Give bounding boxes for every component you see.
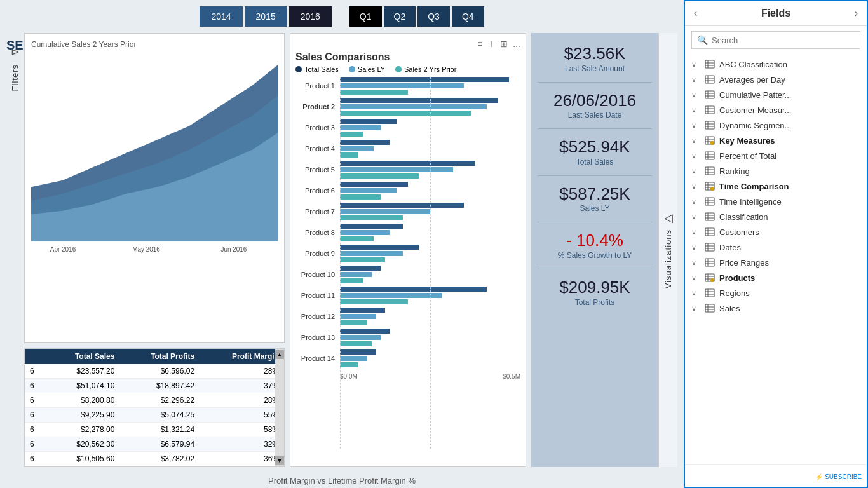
field-expand-icon[interactable]: ∨: [691, 228, 700, 236]
field-name: Dates: [719, 243, 741, 252]
more-icon[interactable]: ...: [513, 39, 520, 49]
field-name: Percent of Total: [719, 151, 776, 161]
field-expand-icon[interactable]: ∨: [691, 76, 700, 84]
metric-divider: [538, 269, 652, 269]
q4-button[interactable]: Q4: [452, 6, 484, 27]
field-expand-icon[interactable]: ∨: [691, 106, 700, 114]
field-item[interactable]: ∨Cumulative Patter...: [685, 87, 867, 102]
top-bar: 2014 2015 2016 Q1 Q2 Q3 Q4: [0, 0, 684, 33]
svg-rect-6: [705, 60, 714, 68]
fields-panel: ‹ Fields › 🔍 ∨ABC Classification∨Average…: [684, 0, 868, 488]
field-expand-icon[interactable]: ∨: [691, 152, 700, 160]
field-item[interactable]: ∨Time Comparison: [685, 179, 867, 194]
field-expand-icon[interactable]: ∨: [691, 243, 700, 252]
field-name: Averages per Day: [719, 75, 785, 85]
menu-icon[interactable]: ≡: [477, 39, 482, 49]
toolbar-icons: ≡ ⊤ ⊞ ...: [477, 39, 520, 49]
fields-back-button[interactable]: ‹: [691, 6, 700, 20]
field-item[interactable]: ∨Customers: [685, 224, 867, 240]
field-item[interactable]: ∨ABC Classification: [685, 57, 867, 72]
year-2014-button[interactable]: 2014: [200, 6, 242, 27]
field-type-icon: [704, 59, 715, 69]
table-row: 6$9,225.90$5,074.2555%: [25, 408, 284, 423]
field-type-icon: [704, 105, 715, 115]
year-2015-button[interactable]: 2015: [245, 6, 287, 27]
field-expand-icon[interactable]: ∨: [691, 167, 700, 175]
q2-button[interactable]: Q2: [384, 6, 416, 27]
field-item[interactable]: ∨Classification: [685, 209, 867, 224]
field-expand-icon[interactable]: ∨: [691, 289, 700, 297]
focus-icon[interactable]: ⊞: [500, 39, 508, 49]
bar-label: Product 13: [295, 334, 340, 341]
field-expand-icon[interactable]: ∨: [691, 259, 700, 267]
q3-button[interactable]: Q3: [417, 6, 450, 27]
bar-label: Product 5: [295, 166, 340, 173]
fields-forward-button[interactable]: ›: [852, 6, 860, 20]
field-name: Dynamic Segmen...: [719, 121, 791, 130]
table-row: 6$10,505.60$3,782.0236%: [25, 452, 284, 466]
fields-title: Fields: [703, 8, 848, 19]
field-item[interactable]: ∨Dynamic Segmen...: [685, 118, 867, 133]
svg-point-68: [710, 278, 714, 282]
data-table: Total Sales Total Profits Profit Margin …: [24, 348, 285, 467]
field-type-icon: [704, 303, 715, 313]
legend-total-sales: Total Sales: [295, 65, 339, 73]
field-expand-icon[interactable]: ∨: [691, 182, 700, 191]
metric-value: $23.56K: [540, 44, 649, 63]
field-item[interactable]: ∨Sales: [685, 301, 867, 316]
field-item[interactable]: ∨Time Intelligence: [685, 194, 867, 209]
filters-sidebar[interactable]: ⊳ Filters: [6, 33, 24, 467]
fields-search-box[interactable]: 🔍: [691, 31, 860, 49]
metric-divider: [538, 128, 652, 129]
field-item[interactable]: ∨Regions: [685, 285, 867, 301]
field-item[interactable]: ∨Customer Measur...: [685, 102, 867, 118]
subscribe-icon: ⚡ SUBSCRIBE: [815, 473, 862, 480]
filters-label[interactable]: Filters: [10, 64, 20, 91]
visualizations-sidebar[interactable]: ◁ Visualizations: [658, 33, 677, 467]
field-item[interactable]: ∨Key Measures: [685, 133, 867, 148]
field-type-icon: [704, 74, 715, 85]
metric-label: % Sales Growth to LY: [540, 251, 649, 260]
field-item[interactable]: ∨Products: [685, 270, 867, 285]
collapse-arrow[interactable]: ◁: [661, 211, 675, 224]
field-expand-icon[interactable]: ∨: [691, 213, 700, 221]
field-item[interactable]: ∨Dates: [685, 240, 867, 255]
col-header-total-sales: Total Sales: [46, 349, 120, 364]
legend: Total Sales Sales LY Sales 2 Yrs Prior: [295, 65, 520, 73]
quarter-buttons: Q1 Q2 Q3 Q4: [349, 6, 484, 27]
field-expand-icon[interactable]: ∨: [691, 60, 700, 69]
field-expand-icon[interactable]: ∨: [691, 91, 700, 99]
legend-total-sales-label: Total Sales: [304, 65, 339, 73]
svg-point-30: [710, 141, 714, 145]
field-item[interactable]: ∨Averages per Day: [685, 72, 867, 87]
svg-text:Apr 2016: Apr 2016: [50, 245, 76, 252]
q1-button[interactable]: Q1: [349, 6, 382, 27]
field-type-icon: [704, 242, 715, 252]
bar-label: Product 3: [295, 124, 340, 132]
field-type-icon: [704, 120, 715, 130]
bar-label: Product 7: [295, 208, 340, 215]
filter-toolbar-icon[interactable]: ⊤: [487, 39, 495, 49]
field-item[interactable]: ∨Percent of Total: [685, 148, 867, 163]
field-item[interactable]: ∨Price Ranges: [685, 255, 867, 270]
table-row: 6$23,557.20$6,596.0228%: [25, 364, 284, 379]
search-input[interactable]: [712, 36, 855, 45]
scroll-down-btn[interactable]: ▼: [275, 456, 284, 465]
field-expand-icon[interactable]: ∨: [691, 274, 700, 282]
bar-label: Product 4: [295, 145, 340, 152]
area-chart: Apr 2016 May 2016 Jun 2016: [31, 51, 278, 255]
chart-title: Cumulative Sales 2 Years Prior: [31, 40, 278, 49]
year-2016-button[interactable]: 2016: [289, 6, 332, 27]
field-type-icon: [704, 288, 715, 298]
field-item[interactable]: ∨Ranking: [685, 163, 867, 179]
field-expand-icon[interactable]: ∨: [691, 137, 700, 145]
svg-rect-44: [705, 198, 714, 205]
scroll-up-btn[interactable]: ▲: [275, 350, 284, 359]
legend-sales-prior: Sales 2 Yrs Prior: [395, 65, 456, 73]
field-expand-icon[interactable]: ∨: [691, 121, 700, 130]
field-expand-icon[interactable]: ∨: [691, 304, 700, 313]
legend-sales-prior-label: Sales 2 Yrs Prior: [404, 65, 456, 73]
field-expand-icon[interactable]: ∨: [691, 198, 700, 206]
visualizations-label[interactable]: Visualizations: [663, 229, 673, 288]
field-name: Time Intelligence: [719, 197, 782, 207]
